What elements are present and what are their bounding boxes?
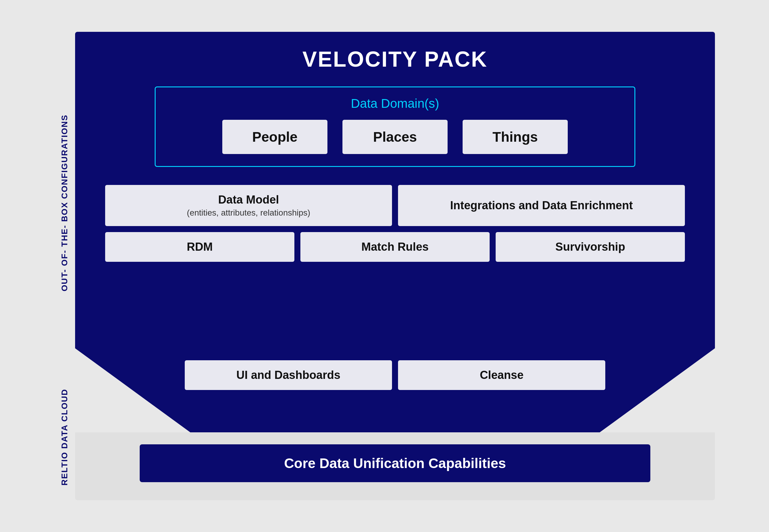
cap-survivorship-label: Survivorship <box>556 240 625 253</box>
cap-integrations-label: Integrations and Data Enrichment <box>450 199 633 212</box>
page-container: OUT- OF- THE- BOX CONFIGURATIONS RELTIO … <box>24 14 745 518</box>
cap-ui-dashboards-label: UI and Dashboards <box>236 369 340 382</box>
main-wrapper: OUT- OF- THE- BOX CONFIGURATIONS RELTIO … <box>54 32 715 500</box>
left-label-bottom-container: RELTIO DATA CLOUD <box>54 374 75 500</box>
cap-data-model: Data Model (entities, attributes, relati… <box>105 185 392 226</box>
cap-cleanse: Cleanse <box>398 360 605 390</box>
top-section: VELOCITY PACK Data Domain(s) People Plac… <box>75 32 715 348</box>
data-domain-label: Data Domain(s) <box>171 96 619 111</box>
cap-match-rules: Match Rules <box>300 232 490 262</box>
cap-row-1: Data Model (entities, attributes, relati… <box>105 185 685 226</box>
content-area: VELOCITY PACK Data Domain(s) People Plac… <box>75 32 715 500</box>
cap-row-2: RDM Match Rules Survivorship <box>105 232 685 262</box>
left-labels: OUT- OF- THE- BOX CONFIGURATIONS RELTIO … <box>54 32 75 500</box>
cap-rdm-label: RDM <box>187 240 213 253</box>
reltio-label: RELTIO DATA CLOUD <box>60 389 69 485</box>
core-data-box: Core Data Unification Capabilities <box>140 444 650 482</box>
capability-rows: Data Model (entities, attributes, relati… <box>99 185 691 262</box>
cap-match-rules-label: Match Rules <box>361 240 429 253</box>
data-domain-container: Data Domain(s) People Places Things <box>155 86 635 167</box>
cap-survivorship: Survivorship <box>496 232 685 262</box>
bottom-section: Core Data Unification Capabilities <box>75 432 715 500</box>
transition-section: UI and Dashboards Cleanse <box>75 348 715 432</box>
cap-data-model-subtitle: (entities, attributes, relationships) <box>187 208 310 218</box>
domain-box-things: Things <box>463 120 568 154</box>
cap-cleanse-label: Cleanse <box>480 369 524 382</box>
boundary-row: UI and Dashboards Cleanse <box>185 360 605 390</box>
domain-box-places: Places <box>342 120 448 154</box>
cap-data-model-label: Data Model <box>218 193 279 206</box>
out-of-box-label: OUT- OF- THE- BOX CONFIGURATIONS <box>60 114 69 291</box>
domain-box-people: People <box>222 120 327 154</box>
cap-ui-dashboards: UI and Dashboards <box>185 360 392 390</box>
cap-rdm: RDM <box>105 232 294 262</box>
left-label-top-container: OUT- OF- THE- BOX CONFIGURATIONS <box>54 32 75 374</box>
domain-boxes: People Places Things <box>171 120 619 154</box>
page-title: VELOCITY PACK <box>302 47 488 71</box>
cap-integrations: Integrations and Data Enrichment <box>398 185 685 226</box>
